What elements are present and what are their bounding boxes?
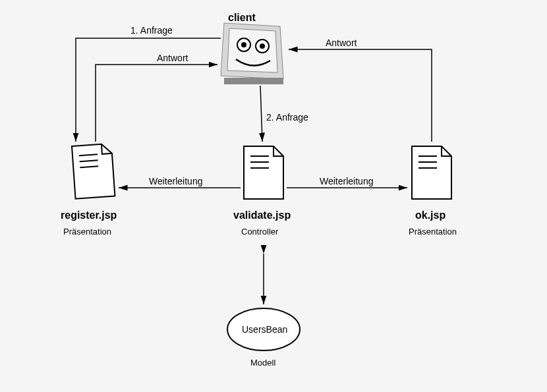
- svg-point-2: [241, 42, 246, 47]
- client-title: client: [228, 12, 256, 24]
- edge-anfrage1: [76, 38, 221, 142]
- edge-label-anfrage2: 2. Anfrage: [266, 112, 308, 123]
- edge-label-antwort1: Antwort: [157, 53, 188, 63]
- edge-antwort2: [289, 49, 432, 142]
- usersbean-subtitle: Modell: [250, 358, 275, 368]
- register-doc-icon: [72, 144, 115, 199]
- ok-subtitle: Präsentation: [409, 227, 457, 237]
- edge-antwort1: [96, 65, 217, 142]
- register-subtitle: Präsentation: [63, 227, 111, 237]
- svg-rect-0: [224, 78, 283, 84]
- validate-doc-icon: [244, 146, 283, 199]
- client-icon: [221, 23, 283, 84]
- edge-label-weiterleitung1: Weiterleitung: [149, 176, 202, 186]
- ok-title: ok.jsp: [415, 210, 446, 221]
- validate-subtitle: Controller: [241, 227, 278, 237]
- edge-anfrage2: [260, 86, 262, 142]
- register-title: register.jsp: [61, 210, 117, 221]
- edge-label-antwort2: Antwort: [326, 38, 357, 48]
- ok-doc-icon: [412, 146, 451, 199]
- validate-title: validate.jsp: [233, 210, 291, 221]
- edge-label-weiterleitung2: Weiterleitung: [320, 176, 373, 186]
- edge-label-anfrage1: 1. Anfrage: [130, 25, 173, 36]
- svg-point-4: [260, 43, 265, 49]
- usersbean-title: UsersBean: [242, 324, 287, 335]
